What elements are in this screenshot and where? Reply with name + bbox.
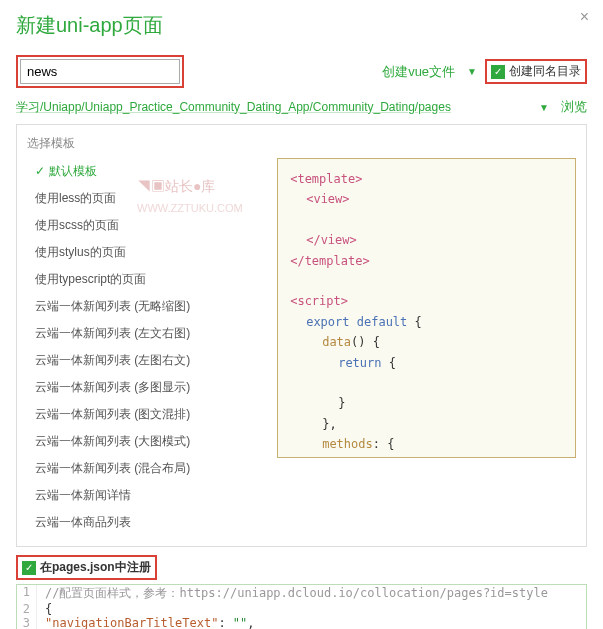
- preview-line: <template>: [290, 169, 563, 189]
- template-label: 使用typescript的页面: [35, 272, 146, 286]
- template-panel: 选择模板 ◥▣站长●库 WWW.ZZTUKU.COM ✓默认模板使用less的页…: [16, 124, 587, 547]
- preview-line: },: [290, 414, 563, 434]
- preview-line: <view>: [290, 189, 563, 209]
- preview-line: [290, 271, 563, 291]
- template-label: 云端一体新闻列表 (混合布局): [35, 461, 190, 475]
- template-label: 云端一体商品列表: [35, 515, 131, 529]
- preview-line: [290, 373, 563, 393]
- template-item[interactable]: 云端一体新闻列表 (多图显示): [27, 374, 261, 401]
- template-item[interactable]: 使用stylus的页面: [27, 239, 261, 266]
- preview-line: [290, 210, 563, 230]
- register-label: 在pages.json中注册: [40, 559, 151, 576]
- template-label: 云端一体新闻列表 (左文右图): [35, 326, 190, 340]
- register-highlight: ✓ 在pages.json中注册: [16, 555, 157, 580]
- preview-line: return {: [290, 353, 563, 373]
- browse-link[interactable]: 浏览: [561, 98, 587, 116]
- template-label: 云端一体新闻列表 (图文混排): [35, 407, 190, 421]
- template-item[interactable]: 云端一体新闻详情: [27, 482, 261, 509]
- template-label: 使用less的页面: [35, 191, 116, 205]
- template-label: 默认模板: [49, 164, 97, 178]
- template-item[interactable]: ✓默认模板: [27, 158, 261, 185]
- template-item[interactable]: 云端一体新闻列表 (左文右图): [27, 320, 261, 347]
- select-template-label: 选择模板: [27, 135, 576, 152]
- template-label: 云端一体新闻列表 (无略缩图): [35, 299, 190, 313]
- code-line: 2{: [17, 602, 586, 616]
- template-item[interactable]: 云端一体新闻列表 (图文混排): [27, 401, 261, 428]
- preview-line: [290, 454, 563, 458]
- template-item[interactable]: 云端一体新闻列表 (无略缩图): [27, 293, 261, 320]
- preview-line: methods: {: [290, 434, 563, 454]
- template-item[interactable]: 使用less的页面: [27, 185, 261, 212]
- create-dir-highlight: ✓ 创建同名目录: [485, 59, 587, 84]
- create-dir-checkbox[interactable]: ✓: [491, 65, 505, 79]
- template-label: 云端一体新闻列表 (左图右文): [35, 353, 190, 367]
- line-number: 1: [17, 585, 37, 602]
- template-list: ◥▣站长●库 WWW.ZZTUKU.COM ✓默认模板使用less的页面使用sc…: [27, 158, 261, 536]
- line-code: //配置页面样式，参考：https://uniapp.dcloud.io/col…: [37, 585, 548, 602]
- close-icon[interactable]: ×: [580, 8, 589, 26]
- line-code: "navigationBarTitleText": "",: [37, 616, 255, 629]
- template-label: 云端一体新闻详情: [35, 488, 131, 502]
- code-line: 3 "navigationBarTitleText": "",: [17, 616, 586, 629]
- template-item[interactable]: 云端一体新闻列表 (左图右文): [27, 347, 261, 374]
- code-line: 1//配置页面样式，参考：https://uniapp.dcloud.io/co…: [17, 585, 586, 602]
- path-caret-icon[interactable]: ▼: [539, 102, 549, 113]
- template-label: 云端一体新闻列表 (大图模式): [35, 434, 190, 448]
- template-item[interactable]: 云端一体新闻列表 (大图模式): [27, 428, 261, 455]
- template-label: 使用scss的页面: [35, 218, 119, 232]
- create-dir-label: 创建同名目录: [509, 63, 581, 80]
- create-vue-link[interactable]: 创建vue文件: [382, 63, 455, 81]
- preview-line: data() {: [290, 332, 563, 352]
- page-name-highlight: [16, 55, 184, 88]
- template-preview: <template><view> </view></template> <scr…: [277, 158, 576, 458]
- template-item[interactable]: 使用scss的页面: [27, 212, 261, 239]
- register-checkbox[interactable]: ✓: [22, 561, 36, 575]
- check-icon: ✓: [35, 164, 45, 178]
- preview-line: <script>: [290, 291, 563, 311]
- line-number: 2: [17, 602, 37, 616]
- preview-line: </template>: [290, 251, 563, 271]
- template-item[interactable]: 云端一体商品列表: [27, 509, 261, 536]
- page-name-input[interactable]: [20, 59, 180, 84]
- dialog-title: 新建uni-app页面: [16, 12, 587, 39]
- template-item[interactable]: 使用typescript的页面: [27, 266, 261, 293]
- preview-line: </view>: [290, 230, 563, 250]
- template-label: 使用stylus的页面: [35, 245, 126, 259]
- line-number: 3: [17, 616, 37, 629]
- preview-line: export default {: [290, 312, 563, 332]
- pages-json-editor[interactable]: 1//配置页面样式，参考：https://uniapp.dcloud.io/co…: [16, 584, 587, 629]
- path-link[interactable]: 学习/Uniapp/Uniapp_Practice_Community_Dati…: [16, 99, 535, 116]
- template-label: 云端一体新闻列表 (多图显示): [35, 380, 190, 394]
- line-code: {: [37, 602, 52, 616]
- template-item[interactable]: 云端一体新闻列表 (混合布局): [27, 455, 261, 482]
- caret-down-icon[interactable]: ▼: [467, 66, 477, 77]
- preview-line: }: [290, 393, 563, 413]
